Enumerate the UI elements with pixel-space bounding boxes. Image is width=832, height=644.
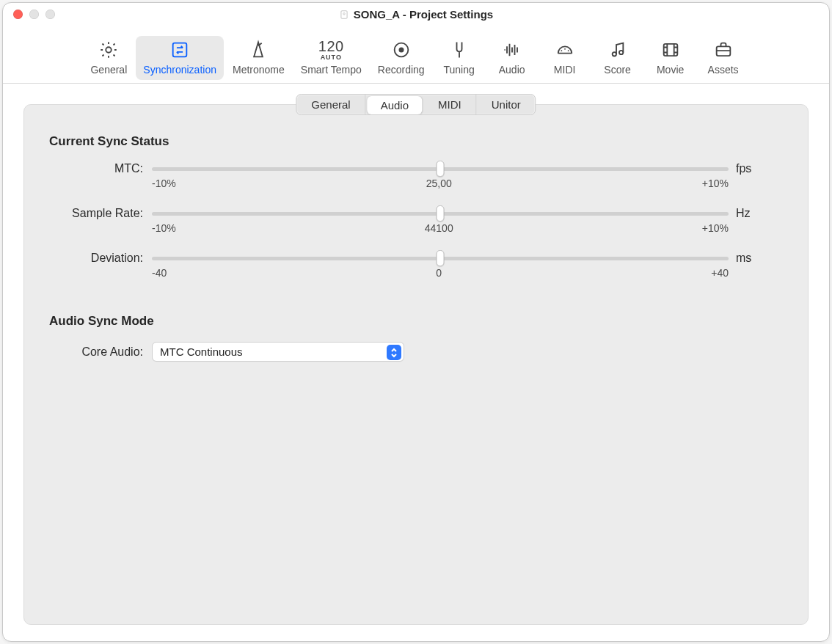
row-mtc: MTC: -10% 25,00 +10% fps: [24, 158, 764, 202]
sync-icon: [169, 39, 190, 61]
subtab-midi[interactable]: MIDI: [423, 95, 477, 114]
music-notes-icon: [607, 39, 628, 61]
close-window-button[interactable]: [13, 10, 23, 19]
toolbar-tab-metronome[interactable]: Metronome: [225, 36, 292, 80]
project-settings-window: SONG_A - Project Settings General Synchr…: [2, 2, 830, 642]
select-stepper-icon: [387, 345, 401, 360]
mtc-label: MTC:: [24, 162, 147, 175]
window-controls: [3, 10, 55, 19]
toolbar-label: Movie: [657, 64, 684, 76]
deviation-label: Deviation:: [24, 252, 147, 265]
toolbar-tab-general[interactable]: General: [83, 36, 134, 80]
tick-left: -40: [152, 267, 167, 279]
subtab-general[interactable]: General: [296, 95, 365, 114]
tick-left: -10%: [152, 222, 176, 234]
sample-rate-label: Sample Rate:: [24, 207, 147, 220]
toolbar-label: Assets: [708, 64, 739, 76]
toolbar-label: Tuning: [443, 64, 474, 76]
toolbar-tab-synchronization[interactable]: Synchronization: [136, 36, 224, 80]
toolbar-tab-assets[interactable]: Assets: [698, 36, 749, 80]
tick-right: +10%: [702, 222, 729, 234]
toolbar-tab-recording[interactable]: Recording: [371, 36, 432, 80]
film-icon: [660, 39, 681, 61]
tick-center: 0: [436, 267, 442, 279]
subtab-label: MIDI: [438, 98, 461, 111]
subtab-label: Audio: [381, 99, 409, 111]
deviation-slider[interactable]: -40 0 +40: [152, 252, 729, 279]
core-audio-select[interactable]: MTC Continuous: [152, 342, 404, 362]
tuning-fork-icon: [449, 39, 470, 61]
document-icon: [339, 10, 349, 20]
titlebar: SONG_A - Project Settings: [3, 3, 829, 26]
toolbar-tab-score[interactable]: Score: [592, 36, 643, 80]
slider-rows: MTC: -10% 25,00 +10% fps Sample Rate:: [24, 158, 808, 292]
tick-left: -10%: [152, 178, 176, 189]
svg-point-5: [398, 48, 404, 53]
tempo-number: 120: [318, 39, 344, 54]
metronome-icon: [248, 39, 269, 61]
row-sample-rate: Sample Rate: -10% 44100 +10% Hz: [24, 202, 764, 247]
subtab-label: General: [311, 98, 350, 111]
tick-center: 25,00: [426, 178, 452, 189]
core-audio-value: MTC Continuous: [160, 345, 243, 358]
svg-rect-3: [173, 43, 187, 57]
smart-tempo-icon: 120 AUTO: [318, 39, 344, 61]
zoom-window-button[interactable]: [45, 10, 55, 19]
svg-point-2: [106, 47, 112, 52]
record-icon: [391, 39, 412, 61]
section-heading-sync-status: Current Sync Status: [24, 112, 808, 158]
toolbar-label: MIDI: [554, 64, 576, 76]
toolbar-tab-movie[interactable]: Movie: [645, 36, 696, 80]
svg-rect-0: [341, 10, 347, 18]
deviation-unit: ms: [733, 252, 764, 265]
subtab-audio[interactable]: Audio: [368, 96, 422, 114]
svg-point-1: [343, 12, 346, 15]
sync-panel: General Audio MIDI Unitor Current Sync S…: [23, 104, 809, 625]
toolbar-label: Smart Tempo: [301, 64, 362, 76]
toolbar: General Synchronization Metronome 120 AU…: [3, 26, 829, 84]
toolbar-label: Recording: [378, 64, 425, 76]
window-title: SONG_A - Project Settings: [3, 8, 829, 21]
section-heading-audio-sync-mode: Audio Sync Mode: [24, 292, 808, 337]
toolbar-label: Score: [604, 64, 631, 76]
gear-icon: [98, 39, 119, 61]
midi-port-icon: [555, 39, 575, 61]
toolbar-label: Synchronization: [143, 64, 216, 76]
tick-right: +10%: [702, 178, 729, 189]
tick-center: 44100: [425, 222, 453, 234]
subtab-unitor[interactable]: Unitor: [477, 95, 536, 114]
content-area: General Audio MIDI Unitor Current Sync S…: [3, 84, 829, 641]
window-title-text: SONG_A - Project Settings: [354, 8, 493, 21]
toolbar-tab-midi[interactable]: MIDI: [539, 36, 591, 80]
svg-point-8: [567, 50, 569, 51]
sample-rate-slider[interactable]: -10% 44100 +10%: [152, 207, 729, 234]
briefcase-icon: [713, 39, 734, 61]
toolbar-tab-audio[interactable]: Audio: [486, 36, 538, 80]
subtab-label: Unitor: [492, 98, 521, 111]
toolbar-label: General: [90, 64, 127, 76]
toolbar-label: Audio: [499, 64, 525, 76]
svg-rect-11: [663, 44, 677, 56]
minimize-window-button[interactable]: [29, 10, 39, 19]
mtc-slider[interactable]: -10% 25,00 +10%: [152, 162, 729, 189]
toolbar-tab-smart-tempo[interactable]: 120 AUTO Smart Tempo: [293, 36, 369, 80]
svg-point-6: [561, 50, 562, 51]
sample-rate-unit: Hz: [733, 207, 764, 220]
waveform-icon: [502, 39, 522, 61]
row-core-audio: Core Audio: MTC Continuous: [24, 337, 808, 362]
mtc-unit: fps: [733, 162, 764, 175]
core-audio-label: Core Audio:: [24, 345, 147, 359]
tick-right: +40: [711, 267, 729, 279]
sync-subtabs: General Audio MIDI Unitor: [296, 94, 536, 115]
svg-point-7: [564, 48, 566, 50]
row-deviation: Deviation: -40 0 +40 ms: [24, 247, 764, 292]
toolbar-label: Metronome: [233, 64, 285, 76]
tempo-sub: AUTO: [318, 54, 344, 61]
toolbar-tab-tuning[interactable]: Tuning: [434, 36, 485, 80]
